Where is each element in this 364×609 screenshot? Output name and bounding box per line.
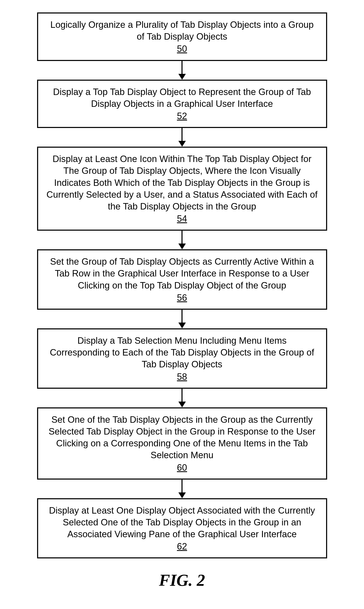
arrow-icon — [178, 128, 186, 147]
flowchart-step-56: Set the Group of Tab Display Objects as … — [37, 249, 327, 310]
step-ref: 50 — [177, 43, 187, 55]
flowchart-step-54: Display at Least One Icon Within The Top… — [37, 147, 327, 231]
step-ref: 54 — [177, 213, 187, 224]
step-text: Display a Top Tab Display Object to Repr… — [46, 86, 318, 110]
arrow-icon — [178, 310, 186, 328]
flowchart-step-58: Display a Tab Selection Menu Including M… — [37, 328, 327, 389]
arrow-icon — [178, 231, 186, 249]
flowchart-step-60: Set One of the Tab Display Objects in th… — [37, 407, 327, 480]
step-ref: 52 — [177, 110, 187, 122]
step-ref: 58 — [177, 371, 187, 383]
arrow-icon — [178, 61, 186, 80]
figure-label: FIG. 2 — [159, 571, 205, 590]
step-ref: 56 — [177, 292, 187, 304]
step-text: Set the Group of Tab Display Objects as … — [46, 256, 318, 291]
flowchart-step-50: Logically Organize a Plurality of Tab Di… — [37, 13, 327, 61]
step-text: Logically Organize a Plurality of Tab Di… — [46, 19, 318, 42]
arrow-icon — [178, 480, 186, 498]
step-ref: 60 — [177, 461, 187, 473]
arrow-icon — [178, 389, 186, 407]
step-text: Display at Least One Display Object Asso… — [46, 504, 318, 540]
step-ref: 62 — [177, 540, 187, 552]
step-text: Set One of the Tab Display Objects in th… — [46, 414, 318, 461]
step-text: Display a Tab Selection Menu Including M… — [46, 334, 318, 370]
step-text: Display at Least One Icon Within The Top… — [46, 153, 318, 212]
flowchart-step-62: Display at Least One Display Object Asso… — [37, 498, 327, 559]
flowchart-step-52: Display a Top Tab Display Object to Repr… — [37, 80, 327, 128]
